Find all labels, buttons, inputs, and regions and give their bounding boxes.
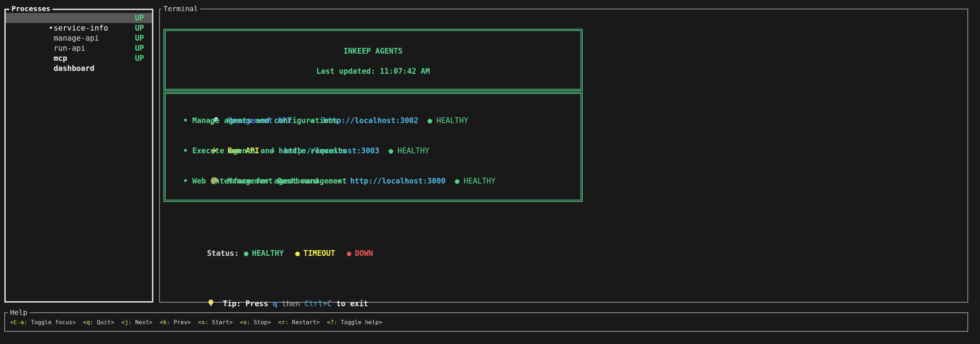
healthy-dot-icon: ● <box>244 249 248 258</box>
shortcut-quit[interactable]: <q: Quit> <box>83 319 114 326</box>
process-status-badge: UP <box>135 53 144 63</box>
healthy-dot-icon: ● <box>428 116 432 125</box>
healthy-dot-icon: ● <box>455 177 460 185</box>
tip-post: to exit <box>332 299 368 308</box>
blank-line <box>173 126 581 136</box>
process-row-service-info[interactable]: •service-info UP <box>6 13 152 23</box>
legend-healthy: HEALTHY <box>252 249 284 258</box>
tip-ctrl-c: Ctrl+C <box>305 299 332 308</box>
process-row-run-api[interactable]: run-api UP <box>6 33 152 43</box>
processes-panel: Processes •service-info UP manage-api UP… <box>4 9 153 302</box>
shortcut-restart[interactable]: <r: Restart> <box>278 319 320 326</box>
healthy-dot-icon: ● <box>389 146 393 155</box>
process-row-dashboard[interactable]: dashboard UP <box>6 53 152 63</box>
down-dot-icon: ● <box>347 249 352 258</box>
process-name: dashboard <box>54 64 94 73</box>
process-status-badge: UP <box>135 33 144 43</box>
status-legend-line: Status:●HEALTHY●TIMEOUT●DOWN <box>171 238 373 269</box>
tip-pre: Tip: Press <box>223 299 273 308</box>
service-line-run-api: Run API→http://localhost:3003●HEALTHY <box>173 136 581 146</box>
legend-down: DOWN <box>355 249 373 258</box>
shortcut-stop[interactable]: <x: Stop> <box>240 319 271 326</box>
service-url[interactable]: http://localhost:3000 <box>350 177 446 185</box>
shortcut-prev[interactable]: <k: Prev> <box>159 319 191 326</box>
process-status-badge: UP <box>135 43 144 53</box>
process-status-badge: UP <box>135 23 144 33</box>
tip-mid: then <box>277 299 305 308</box>
timeout-dot-icon: ● <box>295 249 300 258</box>
service-health-status: HEALTHY <box>464 177 496 185</box>
processes-panel-title: Processes <box>10 4 52 13</box>
service-health-status: HEALTHY <box>436 116 468 125</box>
shortcut-toggle-help[interactable]: <?: Toggle help> <box>327 319 382 326</box>
help-shortcuts-line: <C-a: Toggle focus> <q: Quit> <j: Next> … <box>10 313 964 331</box>
service-line-management-api: Management API→http://localhost:3002●HEA… <box>173 106 581 115</box>
process-row-mcp[interactable]: mcp UP <box>6 43 152 53</box>
blank-line <box>173 156 581 166</box>
process-status-badge: UP <box>135 13 144 23</box>
tip-key-q: q <box>273 299 277 308</box>
status-label: Status: <box>207 249 239 258</box>
services-box: Management API→http://localhost:3002●HEA… <box>164 92 583 202</box>
terminal-panel-title: Terminal <box>161 4 200 13</box>
shortcut-start[interactable]: <s: Start> <box>198 319 232 326</box>
process-row-manage-api[interactable]: manage-api UP <box>6 23 152 33</box>
banner-last-updated: Last updated: 11:07:42 AM <box>165 66 581 76</box>
app-root: Processes •service-info UP manage-api UP… <box>0 0 980 344</box>
service-line-management-dashboard: Management Dashboard→http://localhost:30… <box>173 166 581 176</box>
banner-title: INKEEP AGENTS <box>165 46 581 56</box>
process-list: •service-info UP manage-api UP run-api U… <box>6 13 152 63</box>
bulb-icon <box>207 299 223 309</box>
help-panel: Help <C-a: Toggle focus> <q: Quit> <j: N… <box>4 312 968 332</box>
banner-box: INKEEP AGENTS Last updated: 11:07:42 AM <box>164 29 583 91</box>
terminal-panel: Terminal INKEEP AGENTS Last updated: 11:… <box>159 9 968 302</box>
shortcut-next[interactable]: <j: Next> <box>121 319 153 326</box>
shortcut-toggle-focus[interactable]: <C-a: Toggle focus> <box>10 319 76 326</box>
service-health-status: HEALTHY <box>398 146 430 155</box>
legend-timeout: TIMEOUT <box>304 249 336 258</box>
